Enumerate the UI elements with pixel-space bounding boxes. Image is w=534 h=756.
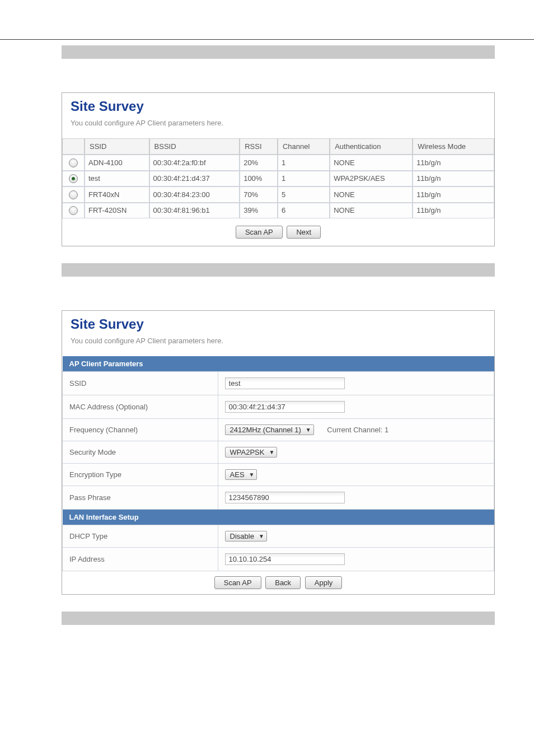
dhcp-type-label: DHCP Type [63, 525, 218, 548]
encryption-type-label: Encryption Type [63, 464, 218, 486]
security-mode-select[interactable]: WPA2PSK ▼ [225, 447, 278, 458]
cell-bssid: 00:30:4f:21:d4:37 [149, 171, 240, 187]
panel-title: Site Survey [71, 99, 486, 114]
cell-channel: 1 [278, 155, 330, 171]
cell-bssid: 00:30:4f:81:96:b1 [149, 203, 240, 219]
col-mode: Wireless Mode [413, 138, 494, 155]
table-row: FRT40xN 00:30:4f:84:23:00 70% 5 NONE 11b… [62, 186, 494, 203]
decorative-bar-3 [62, 612, 495, 625]
section-header-ap-client: AP Client Parameters [63, 356, 494, 372]
pass-phrase-label: Pass Phrase [63, 486, 218, 510]
cell-rssi: 70% [240, 186, 278, 203]
dhcp-type-select[interactable]: Disable ▼ [225, 531, 267, 542]
scan-ap-button[interactable]: Scan AP [236, 226, 283, 239]
ip-address-input[interactable] [225, 553, 345, 565]
chevron-down-icon: ▼ [306, 427, 311, 433]
cell-mode: 11b/g/n [413, 171, 494, 187]
cell-ssid: test [85, 171, 149, 187]
apply-button[interactable]: Apply [305, 576, 343, 589]
row-radio[interactable] [69, 206, 78, 215]
cell-channel: 6 [278, 203, 330, 219]
section-header-lan: LAN Interface Setup [63, 510, 494, 525]
current-channel-note: Current Channel: 1 [327, 426, 388, 434]
decorative-bar-1 [62, 45, 495, 59]
chevron-down-icon: ▼ [269, 449, 274, 455]
cell-ssid: ADN-4100 [85, 155, 149, 171]
frequency-select[interactable]: 2412MHz (Channel 1) ▼ [225, 424, 314, 435]
encryption-type-value: AES [230, 470, 245, 479]
cell-channel: 5 [278, 186, 330, 203]
mac-input[interactable] [225, 401, 345, 413]
cell-rssi: 39% [240, 203, 278, 219]
col-select [62, 138, 85, 155]
col-auth: Authentication [330, 138, 413, 155]
encryption-type-select[interactable]: AES ▼ [225, 469, 257, 480]
col-rssi: RSSI [240, 138, 278, 155]
row-radio[interactable] [69, 158, 78, 167]
ip-address-label: IP Address [63, 548, 218, 571]
pass-phrase-input[interactable] [225, 492, 345, 503]
panel-title: Site Survey [71, 316, 486, 332]
table-row: FRT-420SN 00:30:4f:81:96:b1 39% 6 NONE 1… [62, 203, 494, 219]
cell-rssi: 100% [240, 171, 278, 187]
ssid-input[interactable] [225, 377, 345, 389]
panel-subtitle: You could configure AP Client parameters… [71, 337, 486, 345]
col-ssid: SSID [85, 138, 149, 155]
decorative-bar-2 [62, 263, 495, 277]
col-bssid: BSSID [149, 138, 240, 155]
scan-ap-button[interactable]: Scan AP [214, 576, 261, 589]
cell-channel: 1 [278, 171, 330, 187]
ssid-label: SSID [63, 372, 218, 395]
cell-mode: 11b/g/n [413, 186, 494, 203]
chevron-down-icon: ▼ [259, 533, 264, 539]
col-channel: Channel [278, 138, 330, 155]
cell-rssi: 20% [240, 155, 278, 171]
back-button[interactable]: Back [265, 576, 301, 589]
cell-ssid: FRT40xN [85, 186, 149, 203]
dhcp-type-value: Disable [230, 532, 254, 540]
table-row: ADN-4100 00:30:4f:2a:f0:bf 20% 1 NONE 11… [62, 155, 494, 171]
security-mode-label: Security Mode [63, 441, 218, 464]
cell-ssid: FRT-420SN [85, 203, 149, 219]
cell-mode: 11b/g/n [413, 203, 494, 219]
chevron-down-icon: ▼ [249, 472, 255, 478]
security-mode-value: WPA2PSK [230, 448, 265, 456]
cell-mode: 11b/g/n [413, 155, 494, 171]
cell-auth: NONE [330, 155, 413, 171]
next-button[interactable]: Next [287, 226, 321, 239]
frequency-select-value: 2412MHz (Channel 1) [230, 426, 301, 434]
page-top-divider [0, 39, 534, 40]
mac-label: MAC Address (Optional) [63, 395, 218, 419]
cell-bssid: 00:30:4f:84:23:00 [149, 186, 240, 203]
ap-list-table: SSID BSSID RSSI Channel Authentication W… [62, 138, 494, 246]
row-radio[interactable] [69, 174, 78, 183]
ap-client-parameters-panel: Site Survey You could configure AP Clien… [62, 310, 495, 595]
row-radio[interactable] [69, 190, 78, 199]
cell-auth: WPA2PSK/AES [330, 171, 413, 187]
cell-auth: NONE [330, 186, 413, 203]
cell-bssid: 00:30:4f:2a:f0:bf [149, 155, 240, 171]
cell-auth: NONE [330, 203, 413, 219]
panel-subtitle: You could configure AP Client parameters… [71, 119, 486, 127]
site-survey-list-panel: Site Survey You could configure AP Clien… [62, 92, 495, 246]
table-row: test 00:30:4f:21:d4:37 100% 1 WPA2PSK/AE… [62, 171, 494, 187]
frequency-label: Frequency (Channel) [63, 419, 218, 441]
